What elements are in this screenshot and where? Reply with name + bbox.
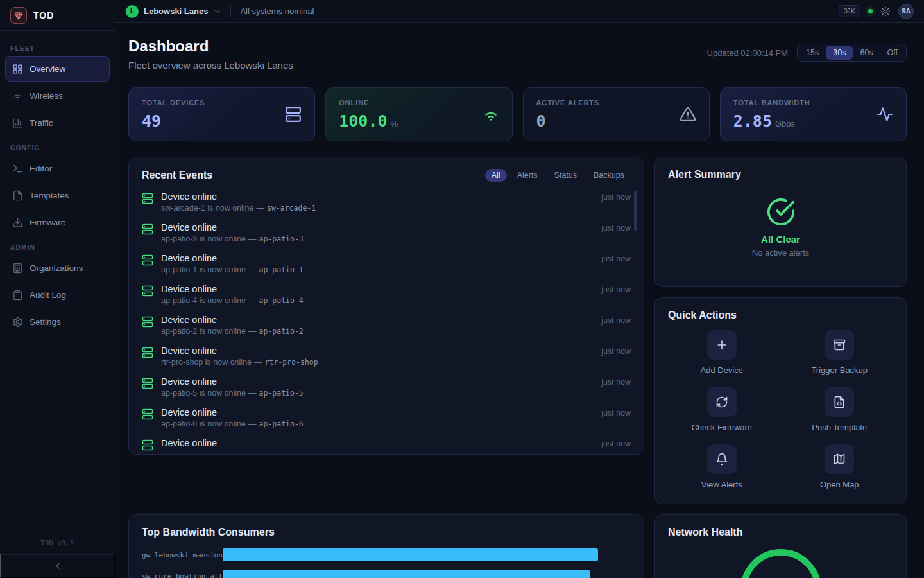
bandwidth-row: sw-core-bowling-alley <box>142 570 631 578</box>
page-title: Dashboard <box>128 37 293 55</box>
chevron-left-icon <box>53 561 63 571</box>
server-icon <box>142 193 153 204</box>
system-status-text: All systems nominal <box>240 6 314 16</box>
filter-all[interactable]: All <box>485 169 507 182</box>
network-health-value: 100 <box>757 574 805 578</box>
download-icon <box>12 217 23 228</box>
stat-value: 0 <box>536 112 546 130</box>
sidebar: TOD Fleet Overview Wireless Traffic Conf… <box>0 0 116 578</box>
filter-status[interactable]: Status <box>548 169 583 182</box>
open-map-button[interactable]: Open Map <box>786 444 894 489</box>
live-indicator-dot <box>868 9 873 13</box>
user-avatar[interactable]: SA <box>898 4 914 19</box>
refresh-icon <box>707 387 737 417</box>
event-separator: — <box>254 358 262 367</box>
event-time: just now <box>601 222 631 250</box>
event-detail: ap-patio-3 is now online—ap-patio-3 <box>161 234 304 243</box>
event-row[interactable]: Device onlineap-patio-6 is now online—ap… <box>142 404 631 435</box>
event-device-name: rtr-pro-shop <box>265 358 318 367</box>
sidebar-item-label: Overview <box>30 64 65 74</box>
org-name: Lebowski Lanes <box>144 6 208 16</box>
action-label: View Alerts <box>701 480 742 489</box>
command-palette-button[interactable]: ⌘K <box>839 5 860 17</box>
event-device-name: ap-patio-2 <box>259 327 304 336</box>
sidebar-item-label: Settings <box>30 317 61 327</box>
push-template-button[interactable]: Push Template <box>786 387 894 432</box>
event-detail: ap-patio-4 is now online—ap-patio-4 <box>161 296 304 305</box>
events-list: Device onlinesw-arcade-1 is now online—s… <box>142 188 631 455</box>
nav-section-config: Config <box>10 144 105 152</box>
quick-actions-card: Quick Actions Add Device Trigger Backup <box>654 297 907 504</box>
server-icon <box>142 254 153 266</box>
event-row[interactable]: Device onlinertr-pro-shop is now online—… <box>142 342 631 373</box>
trigger-backup-button[interactable]: Trigger Backup <box>786 330 894 375</box>
topbar-divider <box>230 6 231 17</box>
stat-value: 100.0 <box>339 112 387 130</box>
action-label: Check Firmware <box>691 423 752 432</box>
bandwidth-bar <box>223 548 598 561</box>
sidebar-item-overview[interactable]: Overview <box>5 56 110 82</box>
app-logo: TOD <box>0 0 115 31</box>
server-icon <box>142 378 153 389</box>
bar-chart-icon <box>12 118 23 128</box>
event-filters: All Alerts Status Backups <box>485 169 631 182</box>
refresh-option-15s[interactable]: 15s <box>799 46 826 60</box>
check-firmware-button[interactable]: Check Firmware <box>668 387 776 432</box>
sidebar-collapse-button[interactable] <box>0 554 115 578</box>
sidebar-item-settings[interactable]: Settings <box>5 309 110 335</box>
sidebar-item-label: Audit Log <box>30 290 66 300</box>
refresh-option-30s[interactable]: 30s <box>826 46 853 60</box>
refresh-option-60s[interactable]: 60s <box>853 46 880 60</box>
action-label: Trigger Backup <box>811 365 868 375</box>
event-device-name: ap-patio-4 <box>259 296 304 305</box>
action-label: Add Device <box>701 365 743 375</box>
event-title: Device online <box>161 376 304 387</box>
event-separator: — <box>248 234 257 243</box>
filter-alerts[interactable]: Alerts <box>511 169 544 182</box>
event-row[interactable]: Device onlinejust now <box>142 435 631 455</box>
view-alerts-button[interactable]: View Alerts <box>668 444 776 489</box>
event-row[interactable]: Device onlineap-patio-2 is now online—ap… <box>142 311 631 342</box>
filter-backups[interactable]: Backups <box>587 169 631 182</box>
nav-section-fleet: Fleet <box>10 45 105 52</box>
wifi-icon <box>483 106 499 123</box>
sidebar-item-firmware[interactable]: Firmware <box>5 209 110 235</box>
network-health-title: Network Health <box>668 527 893 538</box>
event-row[interactable]: Device onlinesw-arcade-1 is now online—s… <box>142 188 631 219</box>
event-row[interactable]: Device onlineap-patio-3 is now online—ap… <box>142 219 631 250</box>
bandwidth-row: gw-lebowski-mansion <box>142 548 631 561</box>
event-title: Device online <box>161 438 217 448</box>
event-row[interactable]: Device onlineap-patio-1 is now online—ap… <box>142 250 631 281</box>
bandwidth-title: Top Bandwidth Consumers <box>142 527 631 538</box>
sidebar-item-audit-log[interactable]: Audit Log <box>5 282 110 308</box>
sidebar-item-traffic[interactable]: Traffic <box>5 110 110 136</box>
sidebar-item-wireless[interactable]: Wireless <box>5 83 110 109</box>
event-separator: — <box>257 204 265 213</box>
server-icon <box>142 316 153 328</box>
sun-icon[interactable] <box>880 6 891 17</box>
sidebar-item-organizations[interactable]: Organizations <box>5 255 110 281</box>
sidebar-item-templates[interactable]: Templates <box>5 182 110 208</box>
event-title: Device online <box>161 284 304 294</box>
sidebar-item-label: Organizations <box>30 263 83 273</box>
app-name: TOD <box>33 10 54 21</box>
org-switcher[interactable]: L Lebowski Lanes <box>126 5 221 18</box>
event-title: Device online <box>161 346 318 356</box>
event-separator: — <box>248 419 257 428</box>
stat-card-total-devices: Total Devices 49 <box>128 87 315 141</box>
wifi-icon <box>12 91 23 101</box>
check-circle-icon <box>766 197 796 227</box>
sidebar-item-editor[interactable]: Editor <box>5 155 110 181</box>
add-device-button[interactable]: Add Device <box>668 330 776 375</box>
file-code-icon <box>825 387 854 417</box>
bandwidth-bar <box>223 570 590 578</box>
alert-triangle-icon <box>680 106 696 123</box>
refresh-option-off[interactable]: Off <box>880 46 905 60</box>
event-row[interactable]: Device onlineap-patio-5 is now online—ap… <box>142 373 631 404</box>
event-row[interactable]: Device onlineap-patio-4 is now online—ap… <box>142 281 631 311</box>
stat-value: 2.85 <box>733 112 772 130</box>
events-scrollbar-thumb[interactable] <box>634 191 637 231</box>
event-separator: — <box>248 265 257 274</box>
stat-card-total-bandwidth: Total Bandwidth 2.85 Gbps <box>720 87 907 141</box>
event-detail: sw-arcade-1 is now online—sw-arcade-1 <box>161 204 316 213</box>
